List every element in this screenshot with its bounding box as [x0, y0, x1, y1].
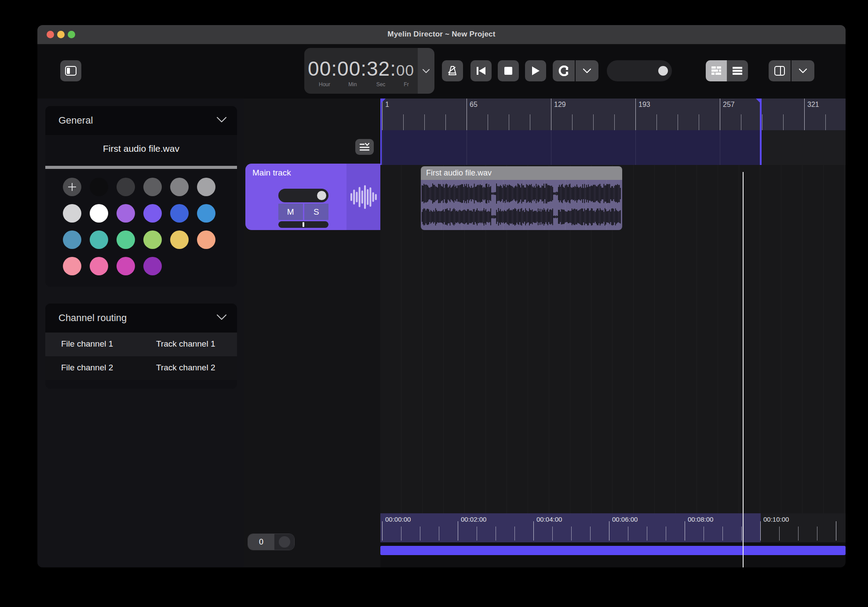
app-window: Myelin Director ~ New Project 00:00:32:0…	[37, 25, 846, 567]
chevron-down-icon[interactable]	[217, 314, 226, 320]
time-format-chevron[interactable]	[418, 48, 434, 94]
loop-options-chevron[interactable]	[576, 60, 598, 81]
color-swatch[interactable]	[117, 178, 135, 196]
offset-stepper[interactable]: 0	[248, 534, 295, 550]
color-swatch[interactable]	[143, 178, 162, 196]
color-swatch[interactable]	[90, 230, 108, 249]
color-swatch[interactable]	[143, 257, 162, 275]
track-pan-slider[interactable]	[278, 221, 328, 228]
arrangement-area[interactable]: First audio file.wav	[380, 165, 846, 513]
general-section-header[interactable]: General	[45, 106, 237, 135]
minor-tick	[783, 114, 784, 130]
mute-button[interactable]: M	[278, 204, 303, 220]
horizontal-scrollbar[interactable]	[380, 546, 846, 555]
main-track-header[interactable]: Main track M S	[245, 164, 380, 230]
file-channel-label: File channel 1	[61, 339, 113, 349]
ruler-label: 129	[554, 101, 566, 109]
automation-button[interactable]	[355, 139, 374, 155]
chevron-down-icon[interactable]	[217, 117, 226, 122]
bar-ruler[interactable]: 165129193257321	[380, 99, 846, 130]
minor-tick	[593, 114, 594, 130]
minor-tick	[678, 114, 678, 130]
minor-tick	[552, 527, 553, 541]
loop-region-band[interactable]	[380, 130, 846, 165]
track-name: Main track	[252, 168, 291, 178]
minor-tick	[798, 527, 799, 541]
major-tick	[609, 521, 609, 541]
color-swatch[interactable]	[143, 230, 162, 249]
major-tick	[382, 521, 383, 541]
color-swatch[interactable]	[197, 204, 215, 223]
color-swatch[interactable]	[90, 204, 108, 223]
ruler-label: 321	[807, 101, 819, 109]
view-toggle-list[interactable]	[727, 60, 748, 81]
master-volume-slider[interactable]	[607, 60, 672, 81]
playhead[interactable]	[743, 172, 744, 567]
clip-title: First audio file.wav	[421, 166, 622, 180]
color-swatch[interactable]	[170, 230, 189, 249]
color-swatch[interactable]	[117, 257, 135, 275]
routing-row-2[interactable]: File channel 2 Track channel 2	[45, 356, 237, 380]
minor-tick	[825, 114, 826, 130]
major-tick	[382, 99, 383, 130]
stop-button[interactable]	[498, 60, 519, 81]
color-swatch[interactable]	[143, 204, 162, 223]
minor-tick	[439, 527, 439, 541]
general-section: General First audio file.wav	[45, 106, 237, 287]
major-tick	[635, 99, 636, 130]
toolbar: 00:00:32:00 Hour Min Sec Fr	[37, 44, 846, 99]
track-type-panel	[346, 164, 380, 230]
stepper-dial[interactable]	[274, 534, 294, 550]
list-view-icon	[732, 66, 743, 75]
color-swatch[interactable]	[197, 178, 215, 196]
clip-waveform	[421, 180, 622, 230]
color-swatch[interactable]	[117, 230, 135, 249]
add-color-button[interactable]	[63, 178, 81, 196]
solo-button[interactable]: S	[304, 204, 329, 220]
major-tick	[467, 99, 467, 130]
color-swatch[interactable]	[90, 257, 108, 275]
sidebar-icon	[65, 66, 77, 76]
panel-toggle-button[interactable]	[769, 60, 791, 81]
channel-routing-header[interactable]: Channel routing	[45, 304, 237, 333]
time-readout[interactable]: 00:00:32:00 Hour Min Sec Fr	[304, 48, 418, 94]
minor-tick	[420, 527, 420, 541]
color-swatch[interactable]	[197, 230, 215, 249]
time-ruler[interactable]: 00:00:0000:02:0000:04:0000:06:0000:08:00…	[380, 513, 846, 542]
inspector-sidebar: General First audio file.wav Channel rou…	[37, 99, 244, 567]
color-swatch[interactable]	[63, 257, 81, 275]
color-swatch[interactable]	[63, 230, 81, 249]
stop-icon	[504, 67, 512, 75]
color-swatch[interactable]	[117, 204, 135, 223]
minor-tick	[571, 527, 572, 541]
stepper-value[interactable]: 0	[248, 534, 274, 550]
color-swatch[interactable]	[63, 204, 81, 223]
track-volume-slider[interactable]	[278, 189, 328, 202]
play-button[interactable]	[525, 60, 546, 81]
loop-icon	[558, 66, 569, 76]
color-swatch[interactable]	[170, 204, 189, 223]
major-tick	[533, 521, 534, 541]
sidebar-toggle-button[interactable]	[60, 60, 81, 81]
project-end-marker[interactable]	[760, 99, 762, 165]
metronome-button[interactable]	[442, 60, 463, 81]
general-title: General	[58, 115, 93, 126]
slider-knob[interactable]	[317, 191, 326, 200]
color-swatch[interactable]	[170, 178, 189, 196]
ruler-label: 00:10:00	[763, 516, 789, 523]
slider-knob[interactable]	[658, 66, 668, 76]
skip-back-button[interactable]	[470, 60, 492, 81]
view-toggle-arrange[interactable]	[706, 60, 727, 81]
loop-button[interactable]	[553, 60, 575, 81]
timeline: 165129193257321 First audio file.wav	[380, 99, 846, 567]
project-start-marker[interactable]	[380, 99, 382, 165]
panel-options-chevron[interactable]	[791, 60, 814, 81]
right-panel-icon	[774, 66, 785, 76]
stepper-knob[interactable]	[279, 536, 290, 548]
project-region	[380, 130, 761, 165]
routing-row-1[interactable]: File channel 1 Track channel 1	[45, 333, 237, 356]
audio-clip[interactable]: First audio file.wav	[421, 166, 622, 230]
ruler-label: 193	[638, 101, 650, 109]
color-swatch[interactable]	[90, 178, 108, 196]
skip-back-icon	[476, 66, 486, 75]
